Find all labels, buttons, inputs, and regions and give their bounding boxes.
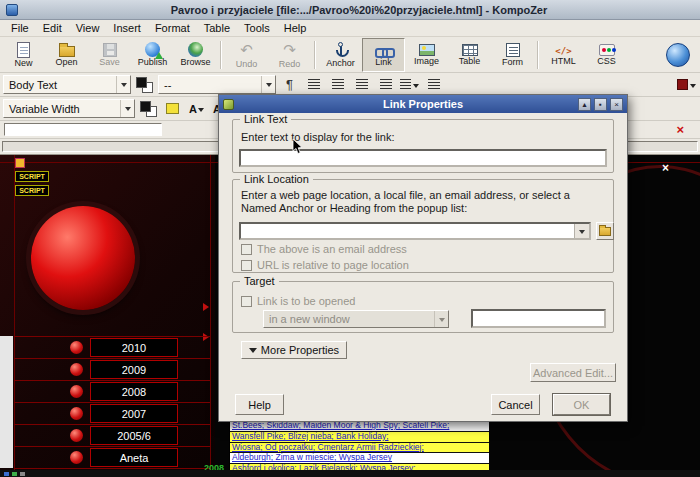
choose-file-button[interactable] [596, 222, 614, 240]
outdent-button[interactable] [351, 75, 372, 94]
browse-button[interactable]: Browse [174, 38, 217, 72]
page-link[interactable]: Wiosna; Od poczatku; Cmentarz Armii Radz… [230, 443, 489, 454]
link-location-legend: Link Location [240, 173, 313, 185]
site-filter-field[interactable] [4, 123, 162, 136]
page-link[interactable]: St.Bees; Skiddaw; Maiden Moor & High Spy… [230, 421, 489, 432]
menu-help[interactable]: Help [277, 21, 314, 35]
year-link-2005-6[interactable]: 2005/6 [90, 426, 178, 445]
kompozer-logo-icon [666, 43, 690, 67]
checkbox-icon [241, 260, 252, 271]
alignment-button[interactable] [399, 75, 420, 94]
advanced-edit-button[interactable]: Advanced Edit... [530, 363, 616, 382]
menu-tools[interactable]: Tools [237, 21, 277, 35]
page-link[interactable]: Aldeburgh; Zima w miescie; Wyspa Jersey [230, 453, 489, 464]
paragraph-format-select[interactable]: Body Text [3, 75, 131, 94]
target-group: Target Link is to be opened in a new win… [232, 281, 614, 333]
html-source-button[interactable]: HTML [542, 38, 585, 72]
bulleted-list-button[interactable] [327, 75, 348, 94]
css-button[interactable]: CSS [585, 38, 628, 72]
year-link-2009[interactable]: 2009 [90, 360, 178, 379]
menu-table[interactable]: Table [197, 21, 237, 35]
link-chain-icon [375, 45, 393, 57]
page-border-line [210, 155, 211, 470]
dialog-window-buttons: ▴ ▪ × [578, 98, 623, 111]
undo-button[interactable]: Undo [225, 38, 268, 72]
cancel-button[interactable]: Cancel [491, 394, 540, 415]
window-titlebar[interactable]: Pavroo i przyjaciele [file:.../Pavroo%20… [0, 0, 700, 20]
smaller-font-button[interactable]: A [186, 99, 207, 118]
new-label: New [14, 59, 32, 68]
link-button[interactable]: Link [362, 38, 405, 72]
bulleted-list-icon [332, 79, 344, 90]
more-properties-label: More Properties [261, 344, 339, 356]
new-button[interactable]: New [2, 38, 45, 72]
highlight-color-button[interactable] [162, 99, 183, 118]
dialog-titlebar[interactable]: Link Properties ▴ ▪ × [219, 95, 627, 113]
close-sidebar-icon[interactable]: × [676, 123, 684, 136]
statusbar [0, 470, 700, 477]
close-icon[interactable]: × [662, 161, 669, 175]
link-location-input[interactable] [241, 224, 574, 238]
paragraph-marks-button[interactable]: ¶ [279, 75, 300, 94]
more-properties-button[interactable]: More Properties [241, 341, 347, 359]
close-button[interactable]: × [610, 98, 623, 111]
css-class-select[interactable]: -- [158, 75, 276, 94]
chevron-down-icon[interactable] [574, 224, 589, 238]
highlight-color-icon [166, 103, 179, 114]
year-link-aneta[interactable]: Aneta [90, 448, 178, 467]
script-marker: SCRIPT [15, 171, 49, 182]
help-button[interactable]: Help [235, 394, 284, 415]
page-link[interactable]: Wansfell Pike; Blizej nieba; Bank Holida… [230, 432, 489, 443]
year-menu: 2010 2009 2008 2007 2005/6 Aneta [14, 336, 210, 469]
form-button[interactable]: Form [491, 38, 534, 72]
redo-button[interactable]: Redo [268, 38, 311, 72]
expander-triangle-icon [249, 348, 257, 357]
menu-edit[interactable]: Edit [36, 21, 69, 35]
status-icon [4, 472, 9, 476]
publish-label: Publish [138, 58, 168, 67]
red-arrow-icon [203, 303, 213, 311]
ok-button[interactable]: OK [553, 394, 610, 415]
red-button-graphic [31, 206, 135, 310]
menu-file[interactable]: File [4, 21, 36, 35]
table-button[interactable]: Table [448, 38, 491, 72]
menu-view[interactable]: View [69, 21, 107, 35]
image-button[interactable]: Image [405, 38, 448, 72]
bullet-dot-icon [70, 385, 83, 398]
open-button[interactable]: Open [45, 38, 88, 72]
help-label: Help [248, 399, 271, 411]
css-label: CSS [597, 57, 616, 66]
save-label: Save [99, 58, 120, 67]
browse-globe-icon [188, 42, 203, 57]
fg-bg-color-button[interactable] [138, 99, 159, 118]
html-label: HTML [551, 57, 576, 66]
anchor-button[interactable]: Anchor [319, 38, 362, 72]
maximize-button[interactable]: ▪ [594, 98, 607, 111]
publish-globe-icon [145, 42, 160, 57]
menu-insert[interactable]: Insert [106, 21, 148, 35]
publish-button[interactable]: Publish [131, 38, 174, 72]
numbered-list-button[interactable] [303, 75, 324, 94]
year-link-2008[interactable]: 2008 [90, 382, 178, 401]
menu-format[interactable]: Format [148, 21, 197, 35]
bullet-dot-icon [70, 429, 83, 442]
indent-button[interactable] [375, 75, 396, 94]
anchor-label: Anchor [326, 59, 355, 68]
year-link-2010[interactable]: 2010 [90, 338, 178, 357]
insert-special-button[interactable] [676, 75, 697, 94]
shade-button[interactable]: ▴ [578, 98, 591, 111]
save-button[interactable]: Save [88, 38, 131, 72]
align-text-icon [400, 79, 411, 90]
relative-url-checkbox-label: URL is relative to page location [257, 259, 409, 271]
link-text-label: Enter text to display for the link: [241, 131, 394, 143]
font-name-select[interactable]: Variable Width [3, 99, 135, 118]
page-link[interactable]: Ashford i okolica; Lazik Bielanski; Wysp… [230, 464, 489, 470]
indent-icon [380, 79, 392, 90]
table-label: Table [459, 57, 481, 66]
window-title: Pavroo i przyjaciele [file:.../Pavroo%20… [24, 4, 694, 16]
bullet-dot-icon [70, 407, 83, 420]
text-color-button[interactable] [134, 75, 155, 94]
justify-button[interactable] [423, 75, 444, 94]
target-frame-input[interactable] [471, 309, 606, 328]
year-link-2007[interactable]: 2007 [90, 404, 178, 423]
